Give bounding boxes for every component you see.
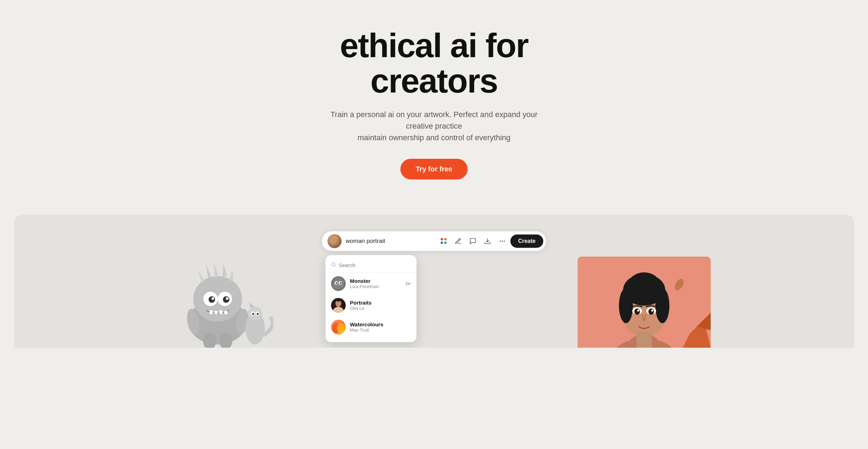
dot-red	[441, 238, 443, 240]
portraits-icon	[331, 298, 346, 313]
svg-rect-51	[636, 332, 652, 348]
color-dots-button[interactable]	[437, 234, 450, 248]
pen-icon	[455, 238, 462, 245]
watercolours-icon	[331, 320, 346, 334]
svg-point-1	[500, 240, 501, 241]
search-input[interactable]	[346, 236, 433, 246]
hero-title: ethical ai for creators	[276, 28, 592, 99]
svg-point-57	[651, 309, 653, 312]
svg-point-3	[504, 240, 505, 241]
svg-rect-29	[214, 311, 218, 314]
svg-marker-18	[206, 265, 211, 278]
portrait-illustration-area	[434, 250, 854, 348]
svg-rect-30	[219, 310, 222, 314]
pen-button[interactable]	[452, 234, 465, 248]
more-icon	[499, 238, 506, 245]
monster-illustration	[175, 257, 273, 348]
user-avatar[interactable]	[328, 234, 342, 248]
chat-button[interactable]	[466, 234, 480, 248]
svg-point-2	[502, 240, 503, 241]
svg-marker-17	[198, 270, 205, 283]
svg-point-50	[655, 288, 669, 323]
dot-blue	[441, 241, 443, 244]
try-for-free-button[interactable]: Try for free	[400, 159, 468, 179]
demo-content	[14, 250, 854, 348]
svg-point-49	[619, 288, 633, 323]
svg-point-9	[336, 282, 338, 284]
svg-point-54	[634, 308, 640, 315]
hero-subtitle: Train a personal ai on your artwork. Per…	[325, 109, 543, 143]
demo-section: Create	[14, 215, 854, 348]
svg-point-4	[332, 263, 335, 266]
dropdown-item-portraits[interactable]: Portraits Olia Le	[325, 294, 416, 316]
color-dots-icon	[441, 238, 447, 244]
svg-point-37	[248, 306, 262, 321]
cursor-indicator: ⌲	[405, 280, 411, 287]
toolbar: Create	[322, 231, 546, 251]
create-button[interactable]: Create	[510, 234, 543, 248]
monster-icon	[332, 277, 345, 290]
more-options-button[interactable]	[496, 234, 509, 248]
svg-point-25	[223, 296, 229, 303]
svg-point-10	[340, 282, 342, 284]
download-icon	[484, 238, 491, 245]
dropdown-search-input[interactable]	[339, 262, 405, 268]
dropdown-item-monster[interactable]: Monster Liza Perelman ⌲	[325, 273, 416, 294]
portrait-svg	[578, 257, 711, 348]
chat-icon	[469, 238, 476, 245]
search-icon	[331, 262, 336, 268]
watercolours-title: Watercolours	[350, 321, 383, 327]
monster-subtitle: Liza Perelman	[350, 284, 379, 289]
dot-orange	[444, 238, 447, 240]
svg-marker-20	[222, 264, 227, 277]
svg-point-42	[256, 313, 259, 315]
watercolours-item-text: Watercolours Max Trutt	[350, 321, 383, 333]
svg-point-27	[226, 297, 228, 300]
svg-point-14	[337, 323, 344, 333]
dot-teal	[444, 241, 447, 244]
monster-avatar	[331, 276, 346, 291]
svg-marker-21	[229, 269, 233, 281]
watercolours-avatar	[331, 320, 346, 334]
svg-point-24	[208, 296, 215, 303]
portraits-avatar	[331, 298, 346, 313]
monster-item-text: Monster Liza Perelman	[350, 278, 379, 289]
dropdown-panel: Monster Liza Perelman ⌲ Portraits Olia L…	[325, 255, 416, 342]
dropdown-item-watercolours[interactable]: Watercolours Max Trutt	[325, 316, 416, 338]
hero-section: ethical ai for creators Train a personal…	[0, 0, 868, 200]
svg-marker-19	[214, 262, 218, 275]
portrait-card	[578, 257, 711, 348]
svg-rect-31	[224, 311, 227, 314]
svg-rect-28	[209, 310, 213, 314]
svg-point-55	[648, 308, 654, 315]
svg-point-41	[252, 313, 254, 315]
svg-line-5	[335, 265, 336, 266]
download-button[interactable]	[481, 234, 494, 248]
portraits-item-text: Portraits Olia Le	[350, 300, 372, 311]
toolbar-icons: Create	[437, 234, 543, 248]
svg-point-56	[637, 309, 639, 312]
monster-title: Monster	[350, 278, 379, 284]
portraits-subtitle: Olia Le	[350, 306, 372, 311]
watercolours-subtitle: Max Trutt	[350, 327, 383, 333]
svg-marker-38	[249, 302, 254, 308]
svg-point-11	[332, 307, 344, 313]
portraits-title: Portraits	[350, 300, 372, 306]
dropdown-search-bar	[325, 259, 416, 273]
svg-point-26	[211, 297, 214, 300]
